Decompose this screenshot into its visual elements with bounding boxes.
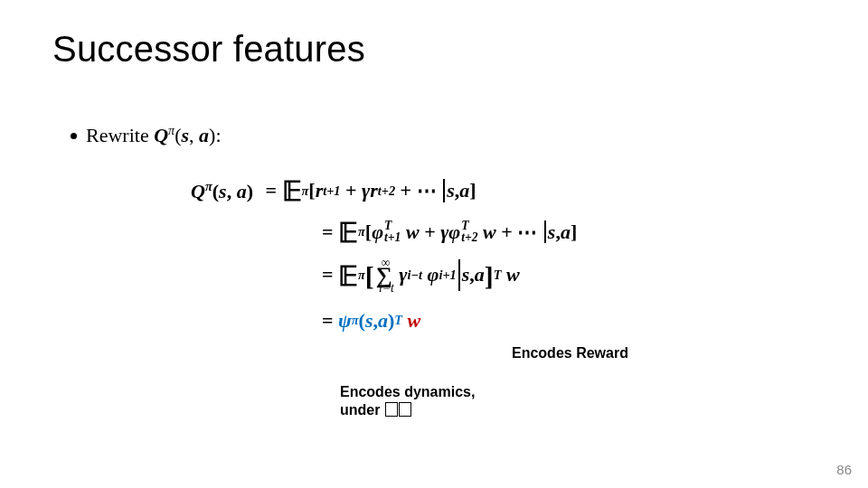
dynamics-line-2: under [340, 401, 475, 419]
dynamics-line-1: Encodes dynamics, [340, 383, 475, 401]
bullet-icon [71, 133, 77, 139]
tofu-icon [385, 402, 398, 417]
q-symbol: Q [154, 124, 168, 146]
rewrite-text: Rewrite Qπ(s, a): [86, 123, 222, 147]
slide: Successor features Rewrite Qπ(s, a): Qπ(… [0, 0, 868, 488]
slide-title: Successor features [52, 29, 365, 70]
tofu-icon [399, 402, 411, 417]
equation-line-2: = 𝔼π[ φTt+1 w + γφTt+2 w + ⋯ s, a] [152, 219, 731, 246]
page-number: 86 [836, 462, 852, 477]
w-symbol: w [408, 311, 421, 331]
sigma-icon: ∞ ∑ i=t [376, 264, 392, 286]
equation-line-4: = ψπ(s, a)T w [152, 311, 731, 331]
psi-symbol: ψ [338, 311, 352, 331]
rewrite-bullet: Rewrite Qπ(s, a): [71, 123, 222, 147]
equation-block: Qπ(s, a) = 𝔼π[ rt+1 + γrt+2 + ⋯ s, a] = … [152, 177, 731, 345]
equation-line-1: Qπ(s, a) = 𝔼π[ rt+1 + γrt+2 + ⋯ s, a] [152, 177, 731, 204]
annotation-encodes-dynamics: Encodes dynamics, under [340, 383, 475, 419]
equation-line-3: = 𝔼π[ ∞ ∑ i=t γi−t φi+1 s, a ]T w [152, 259, 731, 290]
annotation-encodes-reward: Encodes Reward [512, 345, 628, 361]
rewrite-label: Rewrite [86, 124, 149, 146]
